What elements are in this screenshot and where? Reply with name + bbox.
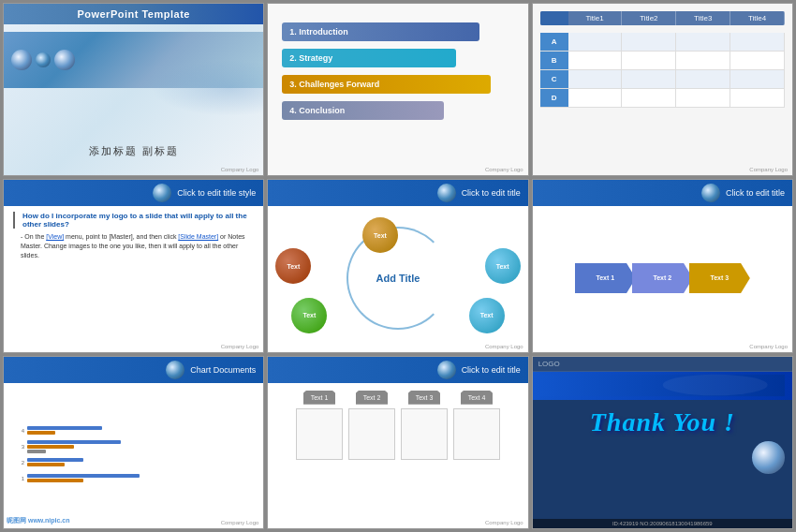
diagram-area: Text Text Text Text Text Add Title bbox=[268, 206, 527, 349]
slide-7: Chart Documents 4 3 2 bbox=[3, 356, 264, 529]
arrow-1: Text 1 bbox=[575, 263, 636, 293]
slide8-header: Click to edit title bbox=[268, 357, 527, 383]
td-d4 bbox=[730, 89, 785, 107]
slide-3: Title1 Title2 Title3 Title4 A B C bbox=[532, 3, 793, 176]
slide4-company-logo: Company Logo bbox=[221, 344, 259, 349]
td-d2 bbox=[622, 89, 676, 107]
agenda-items: 1. Introduction 2. Strategy 3. Challenge… bbox=[268, 11, 527, 131]
watermark: 昵图网 www.nipic.cn bbox=[7, 516, 69, 525]
slide7-header: Chart Documents bbox=[4, 357, 263, 383]
bar-seg-blue-4 bbox=[27, 474, 140, 478]
slide4-title: Click to edit title style bbox=[177, 188, 256, 198]
td-c2 bbox=[622, 70, 676, 88]
td-c4 bbox=[730, 70, 785, 88]
slide7-company-logo: Company Logo bbox=[221, 520, 259, 525]
bar-group-2 bbox=[27, 440, 121, 453]
bar-group-4 bbox=[27, 474, 140, 482]
slide-9: LOGO Thank You ! ID:423919 NO:2009061813… bbox=[532, 356, 793, 529]
slide4-content: How do I incorporate my logo to a slide … bbox=[4, 206, 263, 265]
slide6-sphere bbox=[701, 184, 720, 202]
bar-seg-orange-3 bbox=[27, 463, 65, 466]
circle-right: Text bbox=[485, 248, 521, 284]
td-b4 bbox=[730, 52, 785, 69]
agenda-item-4: 4. Conclusion bbox=[282, 101, 444, 120]
bar-label-4: 1 bbox=[13, 476, 24, 481]
slide-1: PowerPoint Template 添加标题 副标题 Company Log… bbox=[3, 3, 264, 176]
td-c1 bbox=[568, 70, 623, 88]
diagram-center-label: Add Title bbox=[376, 273, 420, 284]
bar-seg-gray-2 bbox=[27, 450, 46, 453]
slide1-main-text: 添加标题 副标题 bbox=[4, 144, 263, 158]
slide6-header: Click to edit title bbox=[533, 180, 792, 206]
svg-point-1 bbox=[662, 375, 767, 395]
slide6-title: Click to edit title bbox=[726, 188, 785, 198]
slide2-company-logo: Company Logo bbox=[485, 167, 523, 172]
slide9-blue-band bbox=[533, 372, 792, 400]
th-title2: Title2 bbox=[622, 11, 676, 25]
td-b1 bbox=[568, 52, 623, 69]
slide-5: Click to edit title Text Text Text Text … bbox=[267, 179, 528, 352]
slide4-header: Click to edit title style bbox=[4, 180, 263, 206]
td-b2 bbox=[622, 52, 676, 69]
slide5-company-logo: Company Logo bbox=[485, 344, 523, 349]
slide-6: Click to edit title Text 1 Text 2 Text 3… bbox=[532, 179, 793, 352]
box-body-3 bbox=[401, 408, 448, 460]
table-row-c: C bbox=[540, 70, 785, 89]
row-label-a: A bbox=[540, 33, 568, 51]
slide1-company-logo: Company Logo bbox=[221, 167, 259, 172]
slide-master-link: [Slide Master] bbox=[178, 233, 218, 240]
bar-seg-orange-1 bbox=[27, 431, 55, 435]
slide9-sphere-area bbox=[533, 441, 792, 474]
bar-label-1: 4 bbox=[13, 428, 24, 434]
bar-label-2: 3 bbox=[13, 444, 24, 450]
agenda-item-3: 3. Challenges Forward bbox=[282, 75, 491, 94]
sphere-large-2 bbox=[54, 50, 75, 70]
sphere-small-1 bbox=[36, 52, 51, 67]
td-c3 bbox=[676, 70, 730, 88]
bar-row-3: 2 bbox=[13, 457, 254, 468]
slide-8: Click to edit title Text 1 Text 2 Text 3… bbox=[267, 356, 528, 529]
circle-top: Text bbox=[362, 217, 398, 253]
th-title3: Title3 bbox=[676, 11, 730, 25]
boxes-area: Text 1 Text 2 Text 3 Text 4 bbox=[268, 383, 527, 526]
slide4-sphere bbox=[153, 184, 171, 202]
row-label-b: B bbox=[540, 52, 568, 69]
agenda-item-1: 1. Introduction bbox=[282, 22, 479, 41]
world-bg bbox=[151, 60, 263, 116]
blue-band-graphic bbox=[540, 374, 785, 397]
slide-grid: PowerPoint Template 添加标题 副标题 Company Log… bbox=[0, 0, 796, 532]
table-row-a: A bbox=[540, 33, 785, 52]
slide4-answer: - On the [View] menu, point to [Master],… bbox=[13, 232, 254, 259]
slide6-company-logo: Company Logo bbox=[749, 344, 788, 349]
th-empty bbox=[540, 11, 568, 25]
bar-seg-orange-4 bbox=[27, 479, 83, 482]
row-label-d: D bbox=[540, 89, 568, 107]
view-link: [View] bbox=[46, 233, 64, 240]
slide7-title: Chart Documents bbox=[190, 365, 256, 375]
agenda-item-2: 2. Strategy bbox=[282, 49, 455, 67]
bar-group-3 bbox=[27, 458, 83, 466]
box-col-2: Text 2 bbox=[348, 391, 395, 460]
td-a1 bbox=[568, 33, 623, 51]
box-col-4: Text 4 bbox=[453, 391, 500, 460]
circle-bottom-right: Text bbox=[469, 298, 505, 333]
box-tab-2: Text 2 bbox=[356, 391, 389, 405]
slide-4: Click to edit title style How do I incor… bbox=[3, 179, 264, 352]
table-body: A B C D bbox=[540, 33, 785, 108]
td-b3 bbox=[676, 52, 730, 69]
td-d3 bbox=[676, 89, 730, 107]
bar-seg-orange-2 bbox=[27, 445, 74, 449]
slide4-question: How do I incorporate my logo to a slide … bbox=[13, 212, 254, 229]
box-body-1 bbox=[296, 408, 343, 460]
slide8-company-logo: Company Logo bbox=[485, 520, 523, 525]
bar-row-1: 4 bbox=[13, 425, 254, 436]
thank-you-text: Thank You ! bbox=[540, 407, 785, 437]
arrow-2: Text 2 bbox=[632, 263, 693, 293]
bar-seg-blue-2 bbox=[27, 440, 121, 444]
arrow-3: Text 3 bbox=[689, 263, 750, 293]
slide9-id-bar: ID:423919 NO:20090618130041986659 bbox=[533, 519, 792, 528]
chart-area: 4 3 2 bbox=[4, 383, 263, 526]
slide9-sphere bbox=[752, 441, 785, 474]
bar-seg-blue-1 bbox=[27, 426, 102, 430]
td-a2 bbox=[622, 33, 676, 51]
